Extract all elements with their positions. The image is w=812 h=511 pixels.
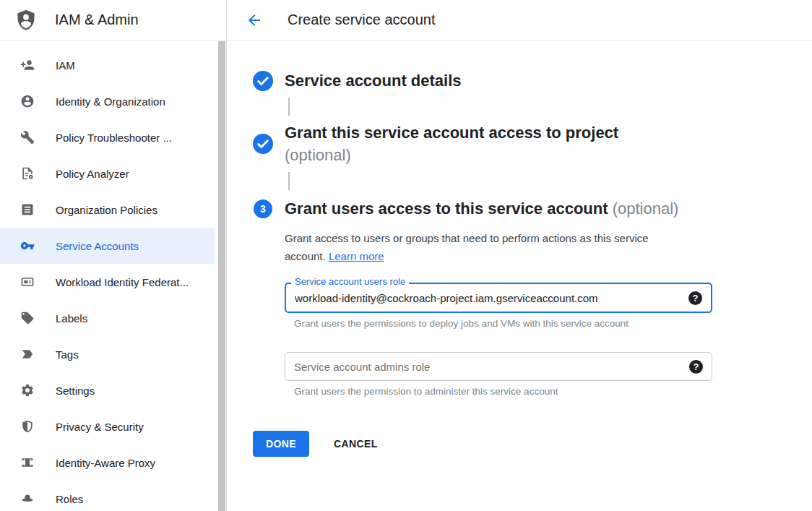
page-header: Create service account: [227, 0, 812, 40]
sidebar-item-roles[interactable]: Roles: [0, 481, 215, 511]
policy-analyzer-icon: [20, 166, 35, 181]
users-role-field-label: Service account users role: [291, 276, 409, 287]
gear-icon: [20, 383, 35, 398]
sidebar-item-label: Workload Identity Federat...: [56, 276, 189, 288]
step-2-title: Grant this service account access to pro…: [285, 121, 618, 166]
done-button[interactable]: DONE: [253, 431, 309, 457]
sidebar-item-policy-analyzer[interactable]: Policy Analyzer: [0, 155, 215, 192]
sidebar-item-label: IAM: [56, 59, 75, 72]
sidebar-item-label: Tags: [56, 348, 79, 361]
sidebar-item-tags[interactable]: Tags: [0, 336, 215, 372]
step-1-title: Service account details: [285, 69, 462, 92]
step-connector-line: [288, 172, 290, 190]
sidebar-item-settings[interactable]: Settings: [0, 372, 215, 408]
sidebar-item-organization-policies[interactable]: Organization Policies: [0, 192, 215, 228]
gcp-console-window: IAM & Admin IAM Identity & Organization …: [0, 0, 812, 511]
sidebar-item-label: Service Accounts: [56, 240, 139, 252]
sidebar-item-labels[interactable]: Labels: [0, 300, 215, 336]
step-3-grant-users-access: 3 Grant users access to this service acc…: [253, 197, 812, 220]
sidebar-item-iam[interactable]: IAM: [0, 47, 215, 83]
sidebar-scrollbar[interactable]: [218, 41, 225, 511]
back-arrow-icon[interactable]: [246, 12, 263, 29]
sidebar-item-service-accounts[interactable]: Service Accounts: [0, 228, 215, 264]
tag-arrow-icon: [20, 347, 35, 361]
users-role-helper-text: Grant users the permissions to deploy jo…: [294, 318, 812, 329]
learn-more-link[interactable]: Learn more: [329, 250, 384, 262]
step-2-grant-access-to-project: Grant this service account access to pro…: [253, 121, 812, 166]
sidebar-item-policy-troubleshooter[interactable]: Policy Troubleshooter ...: [0, 119, 215, 155]
cancel-button[interactable]: CANCEL: [334, 438, 378, 450]
admins-role-input[interactable]: [294, 361, 689, 373]
step-complete-check-icon: [253, 71, 273, 91]
users-role-field-box: ?: [285, 283, 712, 313]
sidebar-nav: IAM Identity & Organization Policy Troub…: [0, 40, 226, 511]
shield-icon: [20, 419, 35, 434]
main-panel: Create service account Service account d…: [227, 0, 812, 511]
step-complete-check-icon: [253, 134, 273, 154]
step-3-body: Grant access to users or groups that nee…: [285, 229, 812, 397]
iam-admin-shield-logo-icon: [14, 8, 38, 33]
account-circle-icon: [20, 94, 35, 108]
product-name: IAM & Admin: [55, 12, 139, 28]
roles-hat-icon: [20, 491, 35, 506]
wrench-icon: [20, 130, 35, 145]
wizard-content: Service account details Grant this servi…: [227, 40, 812, 457]
admins-role-field-box: ?: [285, 352, 712, 381]
proxy-filmstrip-icon: [20, 455, 35, 470]
step-3-title-text: Grant users access to this service accou…: [285, 199, 608, 218]
users-role-input[interactable]: [295, 292, 688, 304]
sidebar-item-label: Policy Analyzer: [56, 168, 129, 180]
sidebar-header: IAM & Admin: [0, 0, 226, 40]
help-icon[interactable]: ?: [689, 360, 703, 374]
article-icon: [20, 202, 35, 217]
admins-role-helper-text: Grant users the permission to administer…: [294, 386, 812, 397]
sidebar-item-workload-identity-federat[interactable]: Workload Identity Federat...: [0, 264, 215, 300]
step-3-description: Grant access to users or groups that nee…: [285, 229, 688, 265]
sidebar-item-label: Identity & Organization: [56, 95, 165, 108]
users-role-field-group: Service account users role ?: [285, 283, 712, 313]
sidebar: IAM & Admin IAM Identity & Organization …: [0, 0, 227, 511]
step-connector-line: [288, 98, 290, 116]
sidebar-item-label: Settings: [56, 385, 95, 397]
step-1-service-account-details: Service account details: [253, 69, 812, 92]
badge-card-icon: [20, 275, 35, 289]
help-icon[interactable]: ?: [688, 291, 702, 305]
step-3-title: Grant users access to this service accou…: [285, 197, 678, 220]
sidebar-item-label: Organization Policies: [56, 204, 157, 216]
step-2-optional-label: (optional): [285, 144, 618, 166]
person-add-icon: [20, 58, 35, 72]
step-2-title-text: Grant this service account access to pro…: [285, 124, 618, 142]
label-tag-icon: [20, 311, 35, 325]
sidebar-item-label: Policy Troubleshooter ...: [56, 132, 172, 144]
service-account-key-icon: [20, 239, 35, 253]
page-title: Create service account: [288, 12, 436, 28]
sidebar-item-privacy-security[interactable]: Privacy & Security: [0, 408, 215, 445]
sidebar-item-label: Privacy & Security: [56, 421, 144, 433]
step-3-optional-label: (optional): [613, 199, 679, 218]
sidebar-item-identity-organization[interactable]: Identity & Organization: [0, 83, 215, 119]
step-3-number-badge: 3: [254, 199, 272, 218]
sidebar-item-label: Labels: [56, 312, 87, 325]
sidebar-item-label: Roles: [56, 493, 83, 505]
wizard-actions: DONE CANCEL: [253, 431, 812, 457]
sidebar-item-label: Identity-Aware Proxy: [56, 457, 155, 469]
admins-role-field-group: ?: [285, 352, 712, 381]
sidebar-item-identity-aware-proxy[interactable]: Identity-Aware Proxy: [0, 445, 215, 481]
